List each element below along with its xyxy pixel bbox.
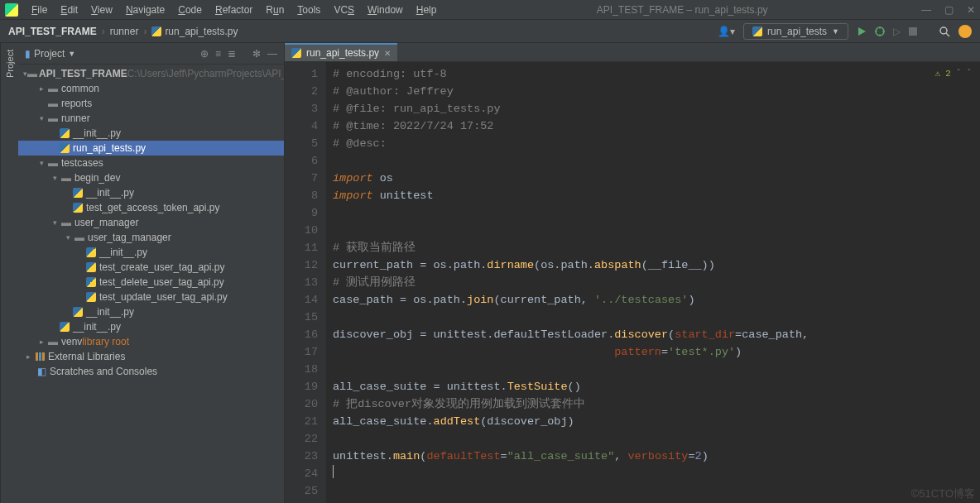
tree-file-init[interactable]: __init__.py bbox=[18, 126, 284, 141]
editor-tab[interactable]: run_api_tests.py ✕ bbox=[285, 43, 397, 61]
window-title: API_TEST_FRAME – run_api_tests.py bbox=[443, 4, 921, 16]
tree-label: __init__.py bbox=[73, 319, 121, 334]
code-text: all_case_suite. bbox=[333, 415, 434, 428]
code-text: current_path = os.path. bbox=[333, 259, 487, 271]
code-text: = bbox=[688, 450, 694, 462]
menu-view[interactable]: View bbox=[84, 2, 119, 18]
collapse-all-icon[interactable]: ≣ bbox=[228, 48, 236, 60]
code-text: 2 bbox=[695, 450, 702, 462]
folder-icon: ▬ bbox=[27, 66, 37, 81]
tree-file-init[interactable]: __init__.py bbox=[18, 185, 284, 200]
python-file-icon bbox=[73, 307, 83, 317]
problems-count: 2 bbox=[945, 65, 951, 83]
code-text: =case_path, bbox=[735, 328, 809, 341]
tree-label: test_delete_user_tag_api.py bbox=[99, 275, 224, 290]
tree-root[interactable]: ▾ ▬ API_TEST_FRAME C:\Users\Jeff\Pycharm… bbox=[18, 66, 284, 81]
tree-file-create-user-tag[interactable]: test_create_user_tag_api.py bbox=[18, 260, 284, 275]
warning-icon[interactable]: ⚠ bbox=[935, 65, 941, 83]
tree-folder-user-tag-manager[interactable]: ▾ ▬ user_tag_manager bbox=[18, 230, 284, 245]
python-file-icon bbox=[291, 48, 301, 58]
code-text: # 把discover对象发现的用例加载到测试套件中 bbox=[333, 398, 585, 410]
tree-file-init[interactable]: __init__.py bbox=[18, 304, 284, 319]
run-button[interactable] bbox=[857, 26, 867, 36]
tree-scratches[interactable]: ◧ Scratches and Consoles bbox=[18, 364, 284, 379]
breadcrumb-root[interactable]: API_TEST_FRAME bbox=[8, 26, 97, 37]
breadcrumb-folder[interactable]: runner bbox=[110, 26, 139, 37]
code-content[interactable]: ⚠ 2 ˆ ˇ # encoding: utf-8 # @author: Jef… bbox=[326, 62, 980, 503]
expand-all-icon[interactable]: ≡ bbox=[215, 48, 221, 60]
maximize-button[interactable]: ▢ bbox=[944, 4, 954, 16]
tree-folder-venv[interactable]: ▸ ▬ venv library root bbox=[18, 334, 284, 349]
tree-folder-runner[interactable]: ▾ ▬ runner bbox=[18, 111, 284, 126]
stop-button[interactable] bbox=[909, 27, 917, 36]
menu-file[interactable]: File bbox=[25, 2, 54, 18]
project-panel-title: Project bbox=[34, 48, 65, 60]
settings-icon[interactable]: ✻ bbox=[252, 48, 261, 60]
code-text bbox=[333, 346, 614, 358]
close-button[interactable]: ✕ bbox=[967, 4, 975, 16]
folder-icon: ▬ bbox=[46, 156, 60, 170]
code-text: # @time: 2022/7/24 17:52 bbox=[333, 120, 493, 132]
tree-path: C:\Users\Jeff\PycharmProjects\API_ bbox=[127, 66, 284, 81]
code-text: main bbox=[393, 450, 420, 462]
user-avatar-icon[interactable] bbox=[958, 25, 972, 38]
side-tab-project[interactable]: Project bbox=[0, 43, 18, 503]
menu-help[interactable]: Help bbox=[410, 2, 444, 18]
tree-file-delete-user-tag[interactable]: test_delete_user_tag_api.py bbox=[18, 275, 284, 290]
chevron-down-icon[interactable]: ▼ bbox=[68, 50, 75, 58]
breadcrumb-file[interactable]: run_api_tests.py bbox=[165, 26, 238, 37]
code-text: (discover_obj) bbox=[480, 415, 574, 428]
minimize-button[interactable]: — bbox=[921, 4, 931, 16]
menu-code[interactable]: Code bbox=[171, 2, 209, 18]
tree-label: runner bbox=[61, 111, 90, 126]
hide-panel-icon[interactable]: — bbox=[267, 48, 277, 60]
chevron-down-icon: ▾ bbox=[36, 156, 46, 170]
menu-tools[interactable]: Tools bbox=[291, 2, 327, 18]
code-text: # 测试用例路径 bbox=[333, 276, 416, 289]
run-config-selector[interactable]: run_api_tests ▼ bbox=[743, 23, 848, 40]
code-text: # @file: run_api_tests.py bbox=[333, 103, 501, 115]
python-file-icon bbox=[752, 26, 762, 36]
add-config-icon[interactable]: 👤▾ bbox=[718, 26, 735, 37]
tree-file-init[interactable]: __init__.py bbox=[18, 245, 284, 260]
tree-file-init[interactable]: __init__.py bbox=[18, 319, 284, 334]
tree-folder-user-manager[interactable]: ▾ ▬ user_manager bbox=[18, 215, 284, 230]
code-text: ) bbox=[702, 450, 709, 462]
tree-folder-common[interactable]: ▸ ▬ common bbox=[18, 81, 284, 96]
python-file-icon bbox=[73, 203, 83, 213]
tree-folder-begin-dev[interactable]: ▾ ▬ begin_dev bbox=[18, 170, 284, 185]
code-text: # encoding: utf-8 bbox=[333, 68, 447, 80]
code-text: ) bbox=[735, 346, 742, 358]
chevron-up-icon[interactable]: ˆ bbox=[956, 65, 962, 83]
menu-edit[interactable]: Edit bbox=[54, 2, 84, 18]
python-file-icon bbox=[86, 247, 96, 257]
project-view-icon: ▮ bbox=[25, 48, 31, 60]
menu-navigate[interactable]: Navigate bbox=[119, 2, 171, 18]
close-tab-button[interactable]: ✕ bbox=[384, 49, 391, 58]
menu-window[interactable]: Window bbox=[361, 2, 410, 18]
svg-marker-0 bbox=[858, 27, 866, 36]
tree-file-update-user-tag[interactable]: test_update_user_tag_api.py bbox=[18, 290, 284, 304]
code-text: join bbox=[467, 294, 493, 306]
tree-external-libraries[interactable]: ▸ External Libraries bbox=[18, 349, 284, 364]
code-editor[interactable]: 1234567891011121314151617181920212223242… bbox=[285, 62, 980, 503]
menu-refactor[interactable]: Refactor bbox=[209, 2, 259, 18]
tree-folder-reports[interactable]: ▬ reports bbox=[18, 96, 284, 111]
chevron-down-icon[interactable]: ˇ bbox=[966, 65, 972, 83]
library-icon bbox=[33, 352, 46, 362]
menu-vcs[interactable]: VCS bbox=[327, 2, 361, 18]
debug-button[interactable] bbox=[875, 26, 885, 36]
tree-label: user_manager bbox=[74, 215, 138, 230]
tree-file-run-api-tests[interactable]: run_api_tests.py bbox=[18, 141, 284, 156]
code-text: pattern bbox=[614, 346, 661, 358]
tree-file-test-get-access-token[interactable]: test_get_access_token_api.py bbox=[18, 200, 284, 215]
tree-folder-testcases[interactable]: ▾ ▬ testcases bbox=[18, 156, 284, 170]
locate-file-icon[interactable]: ⊕ bbox=[200, 48, 209, 60]
menu-run[interactable]: Run bbox=[259, 2, 291, 18]
tree-label: External Libraries bbox=[48, 349, 125, 364]
code-text: verbosity bbox=[628, 450, 689, 462]
chevron-right-icon: ▸ bbox=[36, 81, 46, 96]
search-button[interactable] bbox=[939, 26, 950, 37]
code-text: (current_path, bbox=[493, 294, 594, 306]
run-coverage-button[interactable]: ▷ bbox=[893, 26, 901, 37]
